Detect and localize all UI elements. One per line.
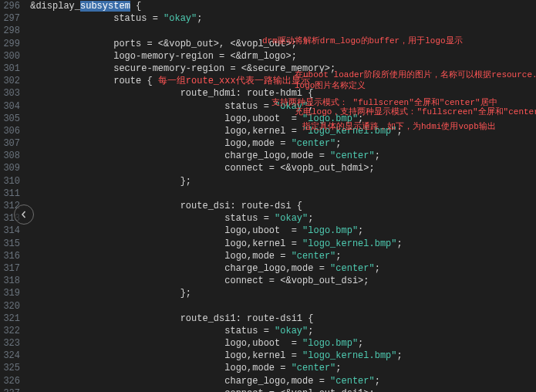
code-line[interactable]: route_dsi1: route-dsi1 {: [25, 313, 536, 325]
line-number: 299: [0, 38, 20, 50]
line-number: 297: [0, 12, 20, 25]
token-prop: logo,kernel =: [224, 350, 302, 361]
token-str: "center": [292, 138, 336, 149]
token-prop: route_dsi1: route-dsi1 {: [180, 313, 314, 324]
token-str: "logo_kernel.bmp": [302, 238, 396, 249]
token-str: "logo_kernel.bmp": [302, 126, 396, 137]
token-punc: ;: [308, 213, 313, 224]
line-number: 305: [0, 113, 20, 125]
code-line[interactable]: logo,mode = "center";: [25, 137, 536, 150]
line-number: 306: [0, 125, 20, 137]
token-prop: charge_logo,mode =: [224, 263, 330, 274]
token-punc: };: [180, 288, 191, 299]
line-number: 316: [0, 250, 20, 262]
token-prop: logo,uboot =: [224, 338, 302, 349]
token-prop: logo,kernel =: [224, 238, 302, 249]
token-str: "logo.bmp": [302, 113, 358, 124]
line-number: 311: [0, 188, 20, 200]
line-number: 302: [0, 75, 20, 87]
back-button[interactable]: [14, 204, 34, 225]
code-line[interactable]: };: [25, 175, 536, 188]
token-prop: route_hdmi: route-hdmi {: [180, 88, 314, 99]
line-number: 324: [0, 350, 20, 362]
token-str: "center": [292, 363, 336, 373]
code-line[interactable]: charge_logo,mode = "center";: [25, 375, 536, 387]
code-line[interactable]: logo,kernel = "logo_kernel.bmp";: [25, 238, 536, 250]
token-str: "logo_kernel.bmp": [302, 350, 396, 361]
line-number: 327: [0, 387, 20, 392]
line-number: 301: [0, 63, 20, 75]
code-area[interactable]: &display_subsystem { status = "okay"; po…: [25, 0, 536, 392]
code-line[interactable]: ports = <&vopb_out>, <&vopl_out>;: [25, 38, 536, 50]
token-punc: ;: [197, 13, 202, 24]
code-line[interactable]: logo,mode = "center";: [25, 250, 536, 262]
token-punc: ;: [308, 326, 313, 336]
code-line[interactable]: route_dsi: route-dsi {: [25, 200, 536, 212]
code-line[interactable]: charge_logo,mode = "center";: [25, 262, 536, 275]
token-punc: {: [130, 1, 141, 12]
line-number: 317: [0, 262, 20, 275]
code-line[interactable]: [25, 25, 536, 37]
token-annot: 每一组route_xxx代表一路输出显示: [158, 76, 310, 86]
token-str: "okay": [275, 326, 308, 336]
chevron-left-icon: [20, 211, 28, 218]
code-line[interactable]: };: [25, 287, 536, 299]
code-line[interactable]: route_hdmi: route-hdmi {: [25, 87, 536, 100]
code-line[interactable]: status = "okay";: [25, 12, 536, 25]
line-number: 309: [0, 162, 20, 174]
line-number: 322: [0, 325, 20, 337]
line-number: 321: [0, 313, 20, 325]
line-number: 314: [0, 225, 20, 237]
token-punc: ;: [358, 338, 363, 349]
token-str: "center": [330, 150, 375, 161]
token-str: "center": [330, 376, 375, 387]
token-prop: logo,mode =: [224, 363, 291, 373]
token-str: "center": [330, 263, 375, 274]
code-line[interactable]: logo,uboot = "logo.bmp";: [25, 225, 536, 237]
token-prop: connect = <&vopl_out_dsi1>;: [224, 388, 374, 392]
code-line[interactable]: status = "okay";: [25, 100, 536, 113]
token-punc: ;: [358, 113, 363, 124]
code-line[interactable]: logo,uboot = "logo.bmp";: [25, 337, 536, 350]
code-line[interactable]: logo,kernel = "logo_kernel.bmp";: [25, 125, 536, 137]
token-punc: ;: [358, 225, 363, 236]
code-line[interactable]: status = "okay";: [25, 212, 536, 225]
code-line[interactable]: connect = <&vopl_out_dsi1>;: [25, 387, 536, 392]
token-punc: ;: [397, 126, 403, 137]
token-punc: ;: [308, 101, 313, 112]
code-line[interactable]: logo-memory-region = <&drm_logo>;: [25, 50, 536, 63]
token-str: "okay": [163, 13, 197, 24]
code-line[interactable]: logo,mode = "center";: [25, 362, 536, 374]
code-editor[interactable]: 2962972982993003013023033043053063073083…: [0, 0, 536, 392]
token-prop: status =: [224, 326, 275, 336]
code-line[interactable]: [25, 300, 536, 313]
code-line[interactable]: route { 每一组route_xxx代表一路输出显示: [25, 75, 536, 87]
code-line[interactable]: status = "okay";: [25, 325, 536, 337]
code-line[interactable]: charge_logo,mode = "center";: [25, 150, 536, 162]
code-line[interactable]: secure-memory-region = <&secure_memory>;: [25, 63, 536, 75]
token-prop: connect = <&vopb_out_dsi>;: [224, 275, 369, 286]
code-line[interactable]: logo,uboot = "logo.bmp";: [25, 113, 536, 125]
line-number: 318: [0, 275, 20, 287]
code-line[interactable]: &display_subsystem {: [25, 0, 536, 12]
token-prop: connect = <&vopb_out_hdmi>;: [224, 163, 374, 174]
line-number: 298: [0, 25, 20, 37]
line-number: 303: [0, 87, 20, 100]
token-punc: ;: [397, 238, 403, 249]
code-line[interactable]: [25, 188, 536, 200]
code-line[interactable]: connect = <&vopb_out_dsi>;: [25, 275, 536, 287]
line-number: 300: [0, 50, 20, 63]
line-number: 319: [0, 287, 20, 299]
token-prop: logo-memory-region = <&drm_logo>;: [113, 51, 297, 62]
line-number: 320: [0, 300, 20, 313]
token-prop: logo,uboot =: [224, 225, 302, 236]
line-number: 296: [0, 0, 20, 12]
token-prop: &display_: [30, 1, 80, 12]
token-prop: charge_logo,mode =: [224, 150, 330, 161]
code-line[interactable]: connect = <&vopb_out_hdmi>;: [25, 162, 536, 174]
token-str: "okay": [275, 101, 308, 112]
code-line[interactable]: logo,kernel = "logo_kernel.bmp";: [25, 350, 536, 362]
line-number: 326: [0, 375, 20, 387]
token-prop: status =: [224, 101, 275, 112]
line-number: 325: [0, 362, 20, 374]
